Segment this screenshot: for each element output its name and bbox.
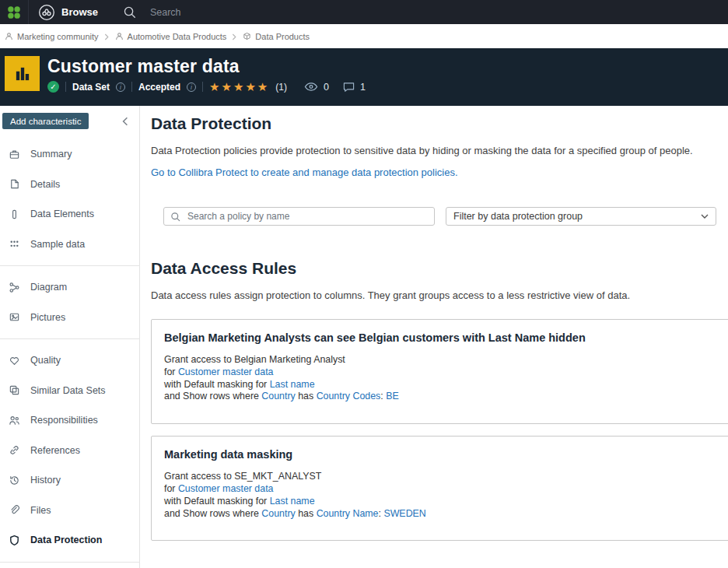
filter-label: Filter by data protection group <box>453 211 583 222</box>
sidebar-item-label: Sample data <box>30 239 85 250</box>
sidebar-item-pictures[interactable]: Pictures <box>0 303 139 333</box>
comment-icon <box>343 82 355 93</box>
search-icon <box>170 212 180 222</box>
eye-icon <box>304 82 318 92</box>
access-rule-body: Grant access to SE_MKT_ANALYST for Custo… <box>164 471 719 520</box>
sidebar-item-history[interactable]: History <box>0 465 139 496</box>
sidebar-item-quality[interactable]: Quality <box>0 345 139 376</box>
shield-icon <box>9 535 20 546</box>
sidebar-item-data-elements[interactable]: Data Elements <box>0 199 139 230</box>
grant-group: SE_MKT_ANALYST <box>234 471 321 482</box>
access-rule-card[interactable]: Belgian Marketing Analysts can see Belgi… <box>151 319 728 424</box>
grant-group: Belgian Marketing Analyst <box>234 354 345 365</box>
sidebar-item-label: Summary <box>30 149 72 160</box>
access-rule-body: Grant access to Belgian Marketing Analys… <box>164 354 719 403</box>
rows-prefix: and Show rows where <box>164 391 261 401</box>
browse-icon <box>38 4 55 21</box>
rating-stars[interactable]: ★★★★★ <box>209 81 269 93</box>
access-rule-title: Belgian Marketing Analysts can see Belgi… <box>164 331 719 345</box>
sidebar-divider <box>0 338 139 339</box>
grid-dots-icon <box>9 238 20 250</box>
chevron-down-icon <box>701 214 709 219</box>
browse-button[interactable]: Browse <box>29 0 112 24</box>
browse-label: Browse <box>61 6 98 18</box>
access-rule-title: Marketing data masking <box>164 447 719 462</box>
sidebar-item-responsibilities[interactable]: Responsibilities <box>0 405 139 436</box>
rows-prefix: and Show rows where <box>164 508 261 519</box>
column-link[interactable]: Country <box>261 391 295 401</box>
breadcrumb-label: Marketing community <box>17 32 99 41</box>
status-label: Accepted <box>138 82 180 93</box>
sidebar-item-summary[interactable]: Summary <box>0 139 139 170</box>
asset-type-label: Data Set <box>72 82 110 93</box>
policy-search-input[interactable] <box>186 210 428 223</box>
box-icon <box>243 32 251 40</box>
global-search[interactable] <box>123 5 320 19</box>
status-check-icon <box>47 81 59 93</box>
heart-icon <box>9 355 20 366</box>
sidebar: Add characteristic Summary Details <box>0 106 140 568</box>
comments-counter[interactable]: 1 <box>343 82 366 93</box>
breadcrumb-item-domain[interactable]: Automotive Data Products <box>115 32 227 41</box>
column-link[interactable]: Last name <box>270 379 315 390</box>
breadcrumb-chevron-icon <box>232 33 237 40</box>
breadcrumb-item-data-products[interactable]: Data Products <box>243 32 310 41</box>
collapse-sidebar-icon[interactable] <box>121 117 129 126</box>
protection-group-filter[interactable]: Filter by data protection group <box>446 207 716 226</box>
access-rule-card[interactable]: Marketing data masking Grant access to S… <box>151 436 728 541</box>
data-access-rules-description: Data access rules assign protection to c… <box>151 289 728 302</box>
sidebar-divider <box>0 562 139 563</box>
asset-link[interactable]: Customer master data <box>178 483 274 494</box>
sidebar-item-label: Data Protection <box>30 535 102 545</box>
sidebar-item-references[interactable]: References <box>0 436 139 466</box>
sidebar-item-label: References <box>30 445 80 456</box>
diagram-icon <box>9 282 20 293</box>
sidebar-item-files[interactable]: Files <box>0 496 139 526</box>
views-count: 0 <box>324 82 329 93</box>
paperclip-icon <box>9 504 20 516</box>
sidebar-divider <box>0 265 139 266</box>
asset-type-info-icon[interactable] <box>116 82 125 92</box>
collibra-logo[interactable] <box>0 0 29 24</box>
picture-icon <box>9 311 20 323</box>
topbar: Browse <box>0 0 728 24</box>
asset-type-icon <box>5 56 40 91</box>
grant-prefix: Grant access to <box>164 354 234 365</box>
views-counter[interactable]: 0 <box>304 82 329 93</box>
data-protection-description: Data Protection policies provide protect… <box>151 145 728 157</box>
sidebar-item-diagram[interactable]: Diagram <box>0 272 139 303</box>
meta-separator <box>131 82 132 92</box>
masking-prefix: with Default masking for <box>164 496 270 507</box>
document-icon <box>9 178 20 190</box>
global-search-input[interactable] <box>149 6 320 19</box>
meta-separator <box>65 82 66 92</box>
attribute-link[interactable]: Country Codes <box>317 391 381 401</box>
add-characteristic-button[interactable]: Add characteristic <box>2 113 89 129</box>
sidebar-item-label: Pictures <box>30 312 65 323</box>
breadcrumb-label: Automotive Data Products <box>128 32 227 41</box>
asset-link[interactable]: Customer master data <box>178 366 274 377</box>
community-icon <box>5 32 13 40</box>
data-protection-heading: Data Protection <box>151 114 728 133</box>
search-icon <box>123 5 136 19</box>
column-link[interactable]: Country <box>261 508 295 519</box>
sidebar-item-label: Responsibilities <box>30 415 98 426</box>
for-prefix: for <box>164 483 178 494</box>
column-link[interactable]: Last name <box>270 496 315 507</box>
comments-count: 1 <box>360 82 366 93</box>
breadcrumb-chevron-icon <box>104 33 110 40</box>
briefcase-icon <box>9 149 20 160</box>
sidebar-item-label: Files <box>30 505 51 516</box>
sidebar-item-similar-data-sets[interactable]: Similar Data Sets <box>0 376 139 406</box>
sidebar-item-label: Data Elements <box>30 209 94 219</box>
sidebar-item-data-protection[interactable]: Data Protection <box>0 525 139 556</box>
policy-search-box[interactable] <box>163 207 435 226</box>
value-link[interactable]: BE <box>386 391 399 401</box>
status-info-icon[interactable] <box>187 82 196 92</box>
value-link[interactable]: SWEDEN <box>383 508 425 519</box>
collibra-protect-link[interactable]: Go to Collibra Protect to create and man… <box>151 167 458 178</box>
sidebar-item-sample-data[interactable]: Sample data <box>0 230 139 260</box>
attribute-link[interactable]: Country Name <box>317 508 379 519</box>
breadcrumb-item-community[interactable]: Marketing community <box>5 32 99 41</box>
sidebar-item-details[interactable]: Details <box>0 170 139 200</box>
